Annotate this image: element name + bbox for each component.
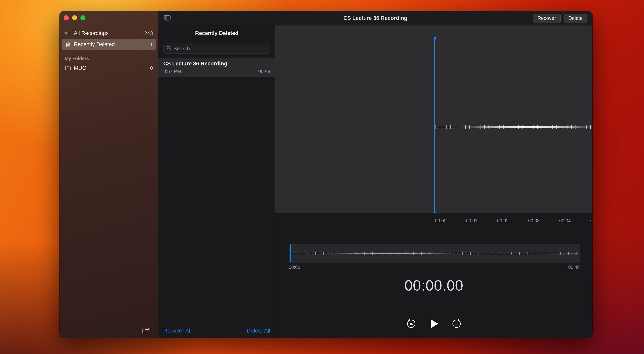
sidebar-section-header: My Folders: [65, 56, 153, 61]
search-input[interactable]: [174, 45, 267, 52]
svg-text:15: 15: [455, 322, 458, 326]
svg-text:15: 15: [410, 322, 413, 326]
sidebar-item-all-recordings[interactable]: All Recordings 243: [62, 28, 156, 39]
sidebar-item-label: MUO: [74, 65, 147, 71]
elapsed-time-display: 00:00.00: [276, 277, 592, 294]
waveform-spikes: [435, 125, 592, 129]
search-field[interactable]: [163, 43, 270, 53]
titlebar: CS Lecture 36 Recording Recover Delete: [158, 11, 592, 25]
desktop-wallpaper: All Recordings 243 Recently Deleted 1 My…: [0, 0, 644, 354]
close-icon[interactable]: [64, 15, 69, 20]
skip-back-15-icon: 15: [406, 318, 416, 330]
list-item-recording[interactable]: CS Lecture 36 Recording 8:57 PM 00:48: [158, 58, 275, 77]
sidebar-item-recently-deleted[interactable]: Recently Deleted 1: [62, 39, 156, 50]
sidebar-toggle-icon: [164, 15, 171, 21]
new-folder-button[interactable]: [142, 328, 150, 335]
player-detail-panel: 00:00 00:01 00:02 00:03 00:04 00:05: [276, 25, 592, 338]
overview-start-time: 00:00: [289, 265, 300, 270]
skip-forward-15-icon: 15: [451, 318, 462, 330]
recordings-list-panel: Recently Deleted CS Lecture 36 Recording: [158, 25, 276, 338]
waveform-icon: [65, 30, 71, 36]
sidebar-item-label: All Recordings: [74, 30, 142, 36]
titlebar-actions: Recover Delete: [533, 14, 587, 23]
sidebar-nav: All Recordings 243 Recently Deleted 1 My…: [62, 28, 156, 74]
sidebar-item-count: 243: [144, 30, 153, 36]
sidebar-item-count: 1: [150, 41, 153, 47]
playhead[interactable]: [434, 38, 435, 213]
minimize-icon[interactable]: [72, 15, 77, 20]
overview-waveform-spikes: [291, 252, 578, 255]
trash-icon: [65, 41, 71, 47]
ruler-label: 00:05: [590, 218, 592, 223]
folder-icon: [65, 65, 71, 71]
new-folder-icon: [142, 332, 150, 335]
sidebar-item-count: 0: [150, 65, 153, 71]
recover-all-button[interactable]: Recover All: [163, 328, 192, 334]
recording-time: 8:57 PM: [163, 69, 181, 74]
toggle-sidebar-button[interactable]: [164, 15, 171, 21]
play-button[interactable]: [428, 318, 440, 330]
content: Recently Deleted CS Lecture 36 Recording: [158, 25, 592, 338]
voice-memos-window: All Recordings 243 Recently Deleted 1 My…: [60, 11, 592, 338]
ruler-label: 00:03: [528, 218, 540, 223]
time-ruler: 00:00 00:01 00:02 00:03 00:04 00:05: [276, 213, 592, 228]
zoom-icon[interactable]: [80, 15, 86, 20]
play-icon: [428, 318, 440, 330]
waveform-area[interactable]: [276, 25, 592, 213]
skip-forward-15-button[interactable]: 15: [451, 318, 462, 330]
main-region: CS Lecture 36 Recording Recover Delete R…: [158, 11, 592, 338]
sidebar-item-label: Recently Deleted: [74, 41, 147, 47]
skip-back-15-button[interactable]: 15: [406, 318, 416, 330]
overview-labels: 00:00 00:48: [289, 265, 580, 270]
ruler-label: 00:01: [466, 218, 478, 223]
list-actions-bar: Recover All Delete All: [158, 324, 275, 338]
window-title: CS Lecture 36 Recording: [158, 15, 592, 21]
delete-button[interactable]: Delete: [564, 14, 587, 23]
playback-controls: 15: [276, 318, 592, 330]
recording-title: CS Lecture 36 Recording: [163, 61, 270, 67]
ruler-label: 00:00: [435, 218, 446, 223]
overview-end-time: 00:48: [568, 265, 580, 270]
sidebar-item-folder-muo[interactable]: MUO 0: [62, 62, 156, 74]
ruler-label: 00:02: [497, 218, 508, 223]
sidebar: All Recordings 243 Recently Deleted 1 My…: [60, 11, 158, 338]
recording-duration: 00:48: [258, 69, 270, 74]
delete-all-button[interactable]: Delete All: [247, 328, 270, 334]
window-controls: [64, 15, 86, 20]
list-header: Recently Deleted: [158, 30, 275, 36]
ruler-label: 00:04: [559, 218, 571, 223]
overview-playhead[interactable]: [290, 244, 291, 262]
search-icon: [166, 45, 172, 51]
player-controls-area: 00:00 00:48 00:00.00 15: [276, 228, 592, 338]
overview-scrubber[interactable]: [289, 244, 580, 263]
recover-button[interactable]: Recover: [533, 14, 560, 23]
